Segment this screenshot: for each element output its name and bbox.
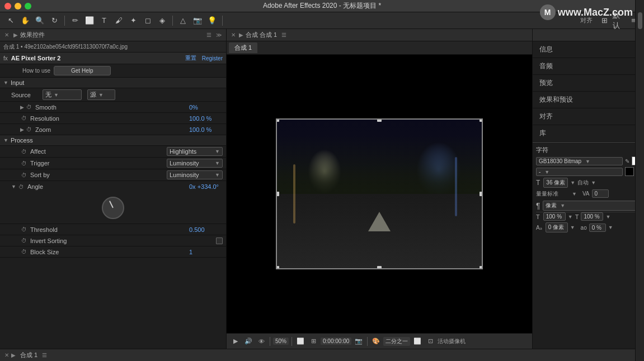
expand-button[interactable]: ≫ (216, 32, 222, 38)
source-dropdown-2[interactable]: 源 ▼ (87, 89, 115, 100)
hand-tool[interactable]: ✋ (19, 15, 31, 27)
font-size-input[interactable]: 36 像素 (543, 178, 568, 188)
unit-dropdown[interactable]: 像素 ▼ (543, 201, 641, 211)
threshold-label: Threshold (30, 226, 189, 233)
viewer-grid-button[interactable]: ⊞ (308, 336, 319, 347)
viewer-color-button[interactable]: 🎨 (370, 336, 382, 347)
font-stroke-color[interactable] (625, 167, 634, 176)
viewer-snapshot-button[interactable]: 📷 (353, 336, 364, 347)
viewer-loop-button[interactable]: 👁 (256, 336, 267, 347)
scale-h-input[interactable]: 100 % (543, 212, 566, 221)
baseline-ao-label: ao (581, 225, 587, 231)
camera-tool[interactable]: 📷 (191, 15, 204, 27)
viewer-area[interactable] (227, 55, 532, 333)
pen-tool[interactable]: ✏ (69, 15, 81, 27)
vt-sep-3 (367, 337, 368, 346)
zoom-tool[interactable]: 🔍 (34, 15, 46, 27)
scale-row: T 100 % ▼ T 100 % ▼ (536, 212, 641, 221)
sidebar-item-effects[interactable]: 效果和预设 (533, 92, 644, 108)
handle-bottom-left[interactable] (276, 266, 279, 269)
viewer-play-button[interactable]: ▶ (230, 336, 241, 347)
affect-dropdown[interactable]: Highlights ▼ (167, 147, 223, 156)
scale-v-input[interactable]: 100 % (581, 212, 603, 221)
smooth-value[interactable]: 0% (189, 104, 223, 111)
zoom-label: Zoom (35, 126, 189, 133)
affect-label: Affect (30, 148, 167, 155)
angle-expand-arrow[interactable]: ▼ (11, 184, 16, 189)
shape-tool[interactable]: △ (177, 15, 189, 27)
handle-top-left[interactable] (276, 118, 279, 122)
puppet-tool[interactable]: ◈ (156, 15, 168, 27)
sidebar-item-align[interactable]: 对齐 (533, 108, 644, 125)
maximize-button[interactable] (25, 3, 31, 10)
timeline-header: ✕ ▶ 合成 1 ☰ (0, 349, 644, 361)
handle-middle-left[interactable] (276, 192, 279, 196)
timeline-menu-icon[interactable]: ☰ (42, 352, 47, 358)
panel-menu-button[interactable]: ☰ (206, 32, 211, 38)
fx-register-button[interactable]: Register (202, 55, 223, 61)
fx-reset-button[interactable]: 重置 (185, 54, 196, 62)
font-style-dropdown[interactable]: - ▼ (536, 168, 623, 176)
viewer-zoom-select[interactable]: 50% (273, 338, 289, 345)
resolution-value[interactable]: 100.0 % (189, 115, 223, 122)
handle-bottom-right[interactable] (480, 266, 483, 269)
baseline-input[interactable]: 0 像素 (546, 222, 568, 232)
angle-value[interactable]: 0x +334.0° (189, 183, 223, 190)
close-button[interactable] (4, 3, 11, 10)
light-tool[interactable]: 💡 (206, 15, 218, 27)
sidebar-item-library[interactable]: 库 (533, 125, 644, 142)
baseline-ao-input[interactable]: 0 % (589, 224, 606, 232)
eraser-tool[interactable]: ◻ (142, 15, 154, 27)
va-input[interactable]: 0 (592, 189, 609, 198)
handle-bottom-middle[interactable] (377, 266, 382, 269)
timeline-close-icon[interactable]: ✕ (4, 352, 9, 358)
arrow-tool[interactable]: ↖ (4, 15, 17, 27)
affect-chevron-icon: ▼ (215, 149, 220, 154)
sidebar-item-audio[interactable]: 音频 (533, 58, 644, 75)
source-row: Source 无 ▼ 源 ▼ (0, 88, 226, 102)
close-panel-button[interactable]: ✕ (4, 32, 9, 38)
comp-menu-icon[interactable]: ☰ (281, 32, 286, 38)
font-edit-icon[interactable]: ✎ (625, 158, 629, 164)
source-dropdown-1[interactable]: 无 ▼ (43, 89, 82, 100)
angle-dial[interactable] (102, 197, 124, 219)
comp-tab-1[interactable]: 合成 1 (229, 42, 257, 53)
font-style-chevron-icon: ▼ (544, 169, 549, 175)
zoom-expand-arrow[interactable]: ▶ (20, 127, 24, 132)
threshold-value[interactable]: 0.500 (189, 226, 223, 233)
font-dropdown[interactable]: GB18030 Bitmap ▼ (536, 157, 623, 165)
main-layout: ✕ ▶ 效果控件 ☰ ≫ 合成 1 • 49e2102abe054cfd95f1… (0, 29, 644, 349)
viewer-region-button[interactable]: ⬜ (295, 336, 306, 347)
night-scene (277, 120, 482, 268)
sortby-dropdown[interactable]: Luminosity ▼ (167, 170, 223, 179)
text-tool[interactable]: T (98, 15, 110, 27)
fx-visibility-icon[interactable]: fx (3, 55, 8, 61)
rotate-tool[interactable]: ↻ (48, 15, 60, 27)
process-section-header[interactable]: ▼ Process (0, 135, 226, 146)
character-panel-header: 字符 ☰ (536, 146, 641, 154)
minimize-button[interactable] (15, 3, 21, 10)
trigger-dropdown[interactable]: Luminosity ▼ (167, 159, 223, 168)
resolution-stopwatch-icon: ⏱ (20, 115, 28, 122)
smooth-expand-arrow[interactable]: ▶ (20, 104, 24, 110)
brush-tool[interactable]: 🖌 (112, 15, 125, 27)
viewer-audio-button[interactable]: 🔊 (243, 336, 254, 347)
handle-top-right[interactable] (480, 118, 483, 122)
mask-tool[interactable]: ⬜ (83, 15, 96, 27)
get-help-button[interactable]: Get Help (54, 66, 110, 75)
comp-close-icon[interactable]: ✕ (231, 32, 236, 38)
handle-middle-right[interactable] (480, 192, 483, 196)
angle-dial-container (0, 192, 226, 224)
viewer-quality-select[interactable]: 二分之一 (383, 337, 410, 346)
clone-tool[interactable]: ✦ (127, 15, 139, 27)
sidebar-item-info[interactable]: 信息 (533, 41, 644, 58)
sidebar-item-preview[interactable]: 预览 (533, 75, 644, 92)
viewer-export-button[interactable]: ⊡ (425, 336, 436, 347)
handle-top-middle[interactable] (377, 118, 382, 122)
viewer-time[interactable]: 0:00:00:00 (321, 338, 351, 345)
zoom-value[interactable]: 100.0 % (189, 126, 223, 133)
input-section-header[interactable]: ▼ Input (0, 78, 226, 88)
viewer-frame-button[interactable]: ⬜ (412, 336, 423, 347)
invert-sorting-checkbox[interactable] (216, 238, 223, 244)
blocksize-value[interactable]: 1 (189, 249, 223, 255)
